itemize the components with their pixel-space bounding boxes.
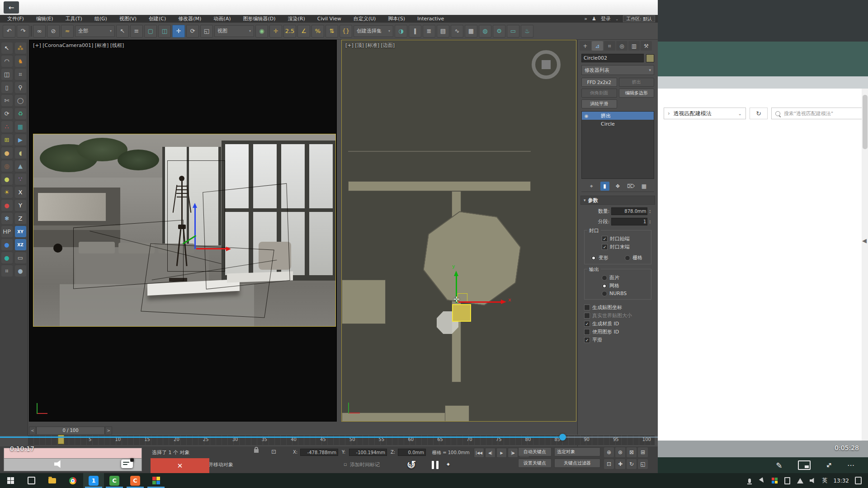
start-button[interactable] [0,473,21,488]
select-and-link-icon[interactable]: ∞ [33,25,46,38]
chrome-button[interactable] [62,473,83,488]
menu-tools[interactable]: 工具(T) [65,15,82,22]
orbit-icon[interactable]: ↻ [627,459,637,469]
cap-end-checkbox[interactable]: 封口末端 [602,244,649,250]
input-language[interactable]: 英 [822,477,827,484]
x-coord-field[interactable]: -478.788mm [300,449,338,456]
refresh-button[interactable]: ↻ [750,108,768,119]
top-view-octagon[interactable] [419,207,525,310]
checkbox-icon[interactable] [584,329,590,335]
z-coord-field[interactable]: 0.0mm [398,449,426,456]
modify-tab[interactable]: ⊿ [592,41,603,51]
monitor-icon[interactable]: ▭ [15,252,26,263]
object-color-swatch[interactable] [646,54,654,62]
axis-z-button[interactable]: Z [15,213,26,224]
checkbox-icon[interactable] [584,337,590,343]
motion-tab[interactable]: ◎ [616,41,627,51]
ffd-2x2x2-button[interactable]: FFD 2x2x2 [581,78,617,87]
y-coord-field[interactable]: -100.194mm [349,449,387,456]
teapot-icon[interactable]: ◖ [15,147,26,159]
zoom-extents-all-icon[interactable]: ⊞ [638,447,648,457]
percent-snap-icon[interactable]: % [311,25,324,38]
pin-stack-icon[interactable]: ⌖ [587,182,596,191]
select-by-name-icon[interactable]: ≡ [130,25,143,38]
edit-poly-button[interactable]: 编辑多边形 [619,89,655,98]
window-tool-icon[interactable]: ◫ [1,69,13,80]
menu-views[interactable]: 视图(V) [119,15,137,22]
zoom-region-icon[interactable]: ⊡ [604,459,614,469]
checkbox-icon[interactable] [584,305,590,310]
window-crossing-icon[interactable]: ◫ [158,25,171,38]
notification-center-icon[interactable] [855,477,862,484]
set-key-button[interactable]: 设置关键点 [518,459,552,468]
menu-create[interactable]: 创建(C) [149,15,166,22]
selection-lock-icon[interactable] [254,449,259,453]
task-view-button[interactable] [21,473,42,488]
use-shape-ids-checkbox[interactable]: 使用图形 ID [584,328,655,335]
parameters-rollout-header[interactable]: 参数 [580,196,655,205]
more-options-icon[interactable]: ⋯ [847,461,855,469]
pan-icon[interactable]: ✚ [615,459,625,469]
section-icon[interactable]: ✄ [1,95,13,106]
amount-field[interactable]: 878.0mm [611,207,647,215]
menu-modifiers[interactable]: 修改器(M) [178,15,201,22]
menu-civil-view[interactable]: Civil View [317,16,341,22]
door-icon[interactable]: ▯ [1,82,13,93]
align-icon[interactable]: ∥ [409,25,421,38]
teal-sphere-icon[interactable]: ● [1,252,13,263]
menu-scripting[interactable]: 脚本(S) [388,15,405,22]
mesh-radio[interactable]: 网格 [602,282,649,289]
search-input[interactable] [783,110,853,117]
schematic-view-icon[interactable]: ▦ [465,25,477,38]
select-and-rotate-icon[interactable]: ⟳ [186,25,199,38]
menu-customize[interactable]: 自定义(U) [354,15,376,22]
view-compass[interactable] [532,50,561,79]
select-cursor-icon[interactable]: ↖ [1,42,13,54]
rewind-10-button[interactable]: ↺ 10 [405,458,418,472]
radio-icon[interactable] [602,291,607,296]
real-world-map-size-checkbox[interactable]: 真实世界贴图大小 [584,312,655,319]
remove-modifier-icon[interactable]: ⌦ [627,182,636,191]
volume-button[interactable] [54,460,63,469]
hierarchy-tab[interactable]: ⌗ [604,41,615,51]
cap-start-checkbox[interactable]: 封口始端 [602,235,649,242]
rendered-frame-window-icon[interactable]: ▭ [507,25,519,38]
amount-spinner[interactable]: ▴▾ [649,209,651,214]
segments-spinner[interactable]: ▴▾ [649,220,651,224]
add-time-tag[interactable]: 添加时间标记 [350,461,380,468]
redo-icon[interactable]: ↷ [17,25,29,38]
nurbs-radio[interactable]: NURBS [602,291,649,296]
smooth-checkbox[interactable]: 平滑 [584,337,655,343]
play-button[interactable]: ▶ [496,448,507,458]
rotate-tool-icon[interactable]: ⟳ [1,108,13,119]
patch-radio[interactable]: 面片 [602,274,649,281]
unlink-selection-icon[interactable]: ⊘ [47,25,60,38]
show-end-result-icon[interactable]: ▮ [600,182,609,191]
search-box[interactable] [771,108,863,119]
stack-item-circle[interactable]: Circle [582,120,654,128]
menu-file[interactable]: 文件(F) [7,15,24,22]
reference-coordinate-dropdown[interactable]: 视图 [214,25,254,37]
edit-named-selection-sets-icon[interactable]: {} [340,25,352,38]
top-view-horizontal-bar[interactable] [348,181,531,191]
person-icon[interactable]: ⚲ [15,82,26,93]
radio-icon[interactable] [591,255,596,261]
ribbon-toggle-icon[interactable]: ▤ [437,25,449,38]
scrollbar-thumb[interactable] [863,95,868,149]
zoom-extents-icon[interactable]: ⊠ [627,447,637,457]
checkbox-icon[interactable] [602,236,608,242]
auto-key-button[interactable]: 自动关键点 [518,447,552,456]
file-explorer-button[interactable] [42,473,62,488]
spinner-snap-icon[interactable]: ⇅ [326,25,338,38]
gizmo-x-axis[interactable] [196,248,226,249]
bevel-profile-button[interactable]: 倒角剖面 [581,89,617,98]
blue-sphere-icon[interactable]: ● [1,239,13,250]
menu-interactive[interactable]: Interactive [417,16,444,22]
radio-icon[interactable] [625,255,630,261]
play-box-icon[interactable]: ▶ [15,134,26,145]
radio-icon[interactable] [602,275,607,281]
next-frame-button[interactable]: |▶ [508,448,518,458]
selected-shape[interactable] [452,304,471,322]
select-and-move-icon[interactable]: ✛ [172,25,185,38]
zoom-all-icon[interactable]: ⊛ [615,447,625,457]
